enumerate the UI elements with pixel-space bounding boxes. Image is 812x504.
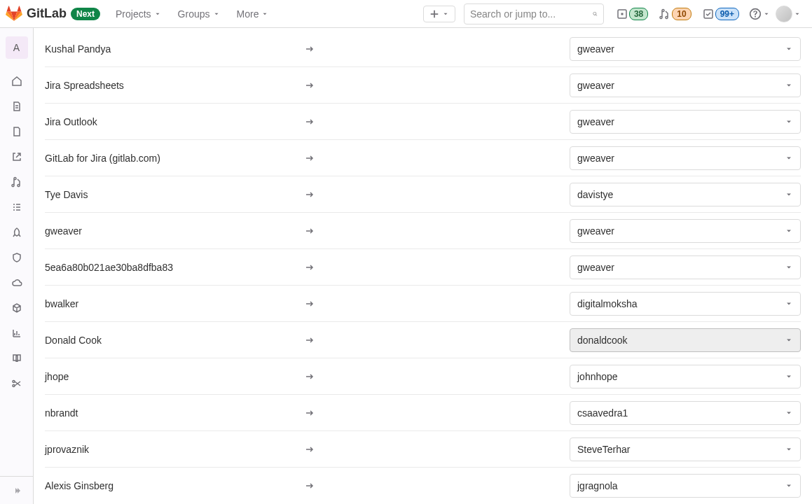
sidebar-packages[interactable]: [6, 297, 28, 319]
sidebar-project-home[interactable]: [6, 70, 28, 92]
reassignment-row: jhopejohnhope: [45, 358, 801, 395]
dropdown-selected-label: jgragnola: [577, 480, 618, 491]
dropdown-selected-label: gweaver: [577, 116, 614, 127]
dropdown-selected-label: davistye: [577, 189, 613, 200]
sidebar-security[interactable]: [6, 246, 28, 269]
nav-projects[interactable]: Projects: [109, 4, 168, 24]
target-user-dropdown[interactable]: gweaver: [570, 146, 801, 170]
target-user-dropdown[interactable]: gweaver: [570, 74, 801, 97]
sidebar-repository[interactable]: [6, 120, 28, 143]
target-column: davistye: [549, 183, 801, 206]
project-avatar[interactable]: A: [6, 36, 28, 59]
reassignment-row: Donald Cookdonaldcook: [45, 322, 801, 358]
target-column: gweaver: [549, 37, 801, 61]
reassignment-row: gweavergweaver: [45, 213, 801, 249]
reassignment-table: Kushal PandyagweaverJira Spreadsheetsgwe…: [34, 28, 812, 504]
rocket-icon: [11, 227, 22, 238]
chevron-down-icon: [794, 10, 801, 18]
sidebar-analytics[interactable]: [6, 322, 28, 344]
target-user-dropdown[interactable]: donaldcook: [570, 328, 801, 352]
sidebar-snippets[interactable]: [6, 372, 28, 395]
help-button[interactable]: [746, 5, 773, 23]
arrow-right-icon: [304, 335, 315, 346]
source-user-label: Jira Spreadsheets: [45, 80, 304, 91]
sidebar-cicd[interactable]: [6, 221, 28, 244]
reassignment-row: GitLab for Jira (gitlab.com)gweaver: [45, 140, 801, 176]
target-user-dropdown[interactable]: digitalmoksha: [570, 292, 801, 316]
sidebar-external[interactable]: [6, 146, 28, 168]
target-column: gweaver: [549, 219, 801, 243]
chevron-down-icon: [785, 118, 793, 126]
arrow-right-icon: [304, 407, 315, 419]
sidebar-expand-button[interactable]: [0, 476, 34, 504]
target-user-dropdown[interactable]: gweaver: [570, 37, 801, 61]
reassignment-row: Jira Outlookgweaver: [45, 104, 801, 140]
dropdown-selected-label: donaldcook: [577, 335, 628, 346]
arrow-right-icon: [304, 153, 315, 164]
source-user-label: Donald Cook: [45, 335, 304, 346]
reassignment-row: Jira Spreadsheetsgweaver: [45, 67, 801, 104]
user-menu[interactable]: [776, 6, 801, 22]
sidebar-merge-requests[interactable]: [6, 171, 28, 193]
arrow-column: [304, 80, 549, 91]
plus-icon: [429, 9, 439, 19]
next-badge[interactable]: Next: [71, 8, 100, 20]
target-user-dropdown[interactable]: davistye: [570, 183, 801, 206]
nav-more[interactable]: More: [230, 4, 276, 24]
sidebar-wiki[interactable]: [6, 347, 28, 370]
chart-icon: [11, 328, 22, 339]
arrow-right-icon: [304, 116, 315, 127]
search-box[interactable]: [464, 4, 604, 24]
brand-logo-group[interactable]: GitLab Next: [6, 6, 100, 22]
sidebar-requirements[interactable]: [6, 196, 28, 218]
target-user-dropdown[interactable]: johnhope: [570, 365, 801, 388]
reassignment-row: bwalkerdigitalmoksha: [45, 286, 801, 322]
sidebar-deployments[interactable]: [6, 272, 28, 294]
external-link-icon: [11, 151, 22, 162]
home-icon: [11, 76, 22, 87]
arrow-right-icon: [304, 43, 315, 55]
mr-counter[interactable]: 10: [655, 5, 695, 23]
scissors-icon: [11, 378, 22, 389]
source-user-label: Alexis Ginsberg: [45, 480, 304, 491]
arrow-column: [304, 116, 549, 127]
chevron-down-icon: [763, 10, 770, 18]
issues-counter[interactable]: 38: [612, 5, 652, 23]
target-user-dropdown[interactable]: gweaver: [570, 219, 801, 243]
arrow-right-icon: [304, 444, 315, 455]
target-column: gweaver: [549, 110, 801, 134]
arrow-right-icon: [304, 225, 315, 237]
source-user-label: GitLab for Jira (gitlab.com): [45, 153, 304, 164]
chevron-down-icon: [785, 372, 793, 381]
nav-more-label: More: [237, 8, 259, 20]
search-icon: [593, 9, 598, 19]
search-input[interactable]: [470, 8, 593, 20]
dropdown-selected-label: gweaver: [577, 43, 614, 55]
target-column: johnhope: [549, 365, 801, 388]
target-column: digitalmoksha: [549, 292, 801, 316]
arrow-right-icon: [304, 371, 315, 382]
new-button[interactable]: [423, 6, 455, 22]
source-user-label: Kushal Pandya: [45, 43, 304, 55]
chevron-down-icon: [785, 409, 793, 417]
target-user-dropdown[interactable]: gweaver: [570, 110, 801, 134]
target-user-dropdown[interactable]: jgragnola: [570, 474, 801, 498]
target-user-dropdown[interactable]: gweaver: [570, 255, 801, 279]
issues-count: 38: [629, 8, 648, 20]
nav-groups[interactable]: Groups: [171, 4, 227, 24]
reassignment-row: jprovaznikSteveTerhar: [45, 431, 801, 468]
target-user-dropdown[interactable]: csaavedra1: [570, 401, 801, 425]
merge-request-icon: [659, 8, 670, 20]
list-icon: [11, 202, 22, 213]
target-user-dropdown[interactable]: SteveTerhar: [570, 438, 801, 461]
file-icon: [11, 126, 22, 137]
target-column: gweaver: [549, 255, 801, 279]
sidebar-project-info[interactable]: [6, 95, 28, 118]
reassignment-row: Tye Davisdavistye: [45, 176, 801, 213]
chevron-down-icon: [213, 10, 220, 18]
todos-counter[interactable]: 99+: [699, 5, 743, 23]
brand-name: GitLab: [27, 6, 67, 21]
chevron-down-icon: [261, 10, 268, 18]
reassignment-row: Kushal Pandyagweaver: [45, 31, 801, 67]
source-user-label: Tye Davis: [45, 189, 304, 200]
